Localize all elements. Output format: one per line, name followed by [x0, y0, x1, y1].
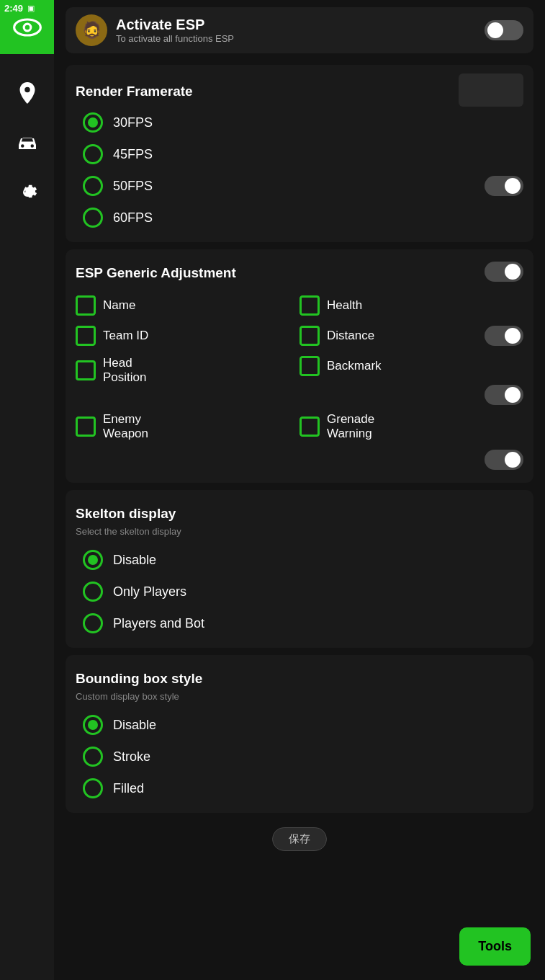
activate-esp-card: 🧔 Activate ESP To activate all functions… — [66, 7, 533, 53]
fps-45-row: 45FPS — [76, 138, 523, 170]
esp-col-right-2: Backmark — [299, 353, 523, 405]
checkbox-backmark-box[interactable] — [299, 356, 320, 376]
tools-button[interactable]: Tools — [459, 927, 531, 966]
bounding-filled-label: Filled — [113, 781, 144, 796]
checkbox-enemy-weapon-box[interactable] — [76, 416, 96, 437]
fps-60-radio[interactable] — [83, 208, 103, 228]
bounding-filled-option[interactable]: Filled — [76, 772, 523, 804]
status-icon: ▣ — [27, 4, 35, 13]
skelton-title: Skelton display — [76, 506, 523, 522]
esp-row-1: Name Team ID Health Distance — [76, 293, 523, 349]
location-icon — [14, 80, 40, 106]
sidebar-item-vehicle[interactable] — [7, 122, 47, 162]
esp-col-right-3: GrenadeWarning — [299, 409, 523, 470]
skelton-display-card: Skelton display Select the skelton displ… — [66, 490, 533, 648]
checkbox-head-position[interactable]: HeadPosition — [76, 353, 299, 388]
bounding-box-title: Bounding box style — [76, 671, 523, 687]
fps-60-option[interactable]: 60FPS — [76, 202, 523, 233]
framerate-header: Render Framerate — [76, 74, 523, 107]
main-content: 🧔 Activate ESP To activate all functions… — [54, 0, 545, 980]
esp-generic-toggle[interactable] — [485, 262, 523, 282]
checkbox-head-position-label: HeadPosition — [103, 356, 146, 385]
car-icon — [14, 130, 40, 156]
sidebar-item-settings[interactable] — [7, 172, 47, 212]
bounding-disable-label: Disable — [113, 718, 156, 733]
render-framerate-title: Render Framerate — [76, 84, 193, 99]
checkbox-health[interactable]: Health — [299, 293, 523, 318]
skelton-disable-label: Disable — [113, 553, 156, 568]
checkbox-enemy-weapon-label: EnemyWeapon — [103, 412, 148, 441]
save-button[interactable]: 保存 — [272, 827, 327, 851]
activate-esp-toggle[interactable] — [485, 20, 523, 40]
skelton-disable-option[interactable]: Disable — [76, 544, 523, 576]
fps-45-label: 45FPS — [113, 147, 153, 162]
skelton-subtitle: Select the skelton display — [76, 526, 523, 537]
bounding-stroke-radio[interactable] — [83, 747, 103, 767]
toggle-row-3 — [299, 450, 523, 470]
esp-generic-header: ESP Generic Adjustment — [76, 258, 523, 285]
bounding-filled-radio[interactable] — [83, 778, 103, 798]
fps-50-label: 50FPS — [113, 179, 153, 194]
activate-esp-title: Activate ESP — [116, 17, 476, 33]
skelton-only-players-radio[interactable] — [83, 582, 103, 602]
fps-30-label: 30FPS — [113, 115, 153, 130]
bounding-disable-radio[interactable] — [83, 715, 103, 735]
settings-icon — [14, 179, 40, 205]
svg-point-2 — [24, 24, 29, 29]
fps-50-radio[interactable] — [83, 176, 103, 196]
bounding-disable-option[interactable]: Disable — [76, 709, 523, 741]
checkbox-enemy-weapon[interactable]: EnemyWeapon — [76, 409, 299, 444]
checkbox-team-id[interactable]: Team ID — [76, 323, 299, 349]
esp-row-3: EnemyWeapon GrenadeWarning — [76, 409, 523, 470]
fps-60-label: 60FPS — [113, 210, 153, 226]
esp-col-left-2: HeadPosition — [76, 353, 299, 405]
backmark-toggle[interactable] — [485, 385, 523, 405]
fps-45-option[interactable]: 45FPS — [76, 138, 523, 170]
fps-30-option[interactable]: 30FPS — [76, 107, 523, 138]
bottom-actions: 保存 — [66, 820, 533, 851]
fps-50-row: 50FPS — [76, 170, 523, 202]
bounding-box-card: Bounding box style Custom display box st… — [66, 655, 533, 813]
checkbox-grenade-warning[interactable]: GrenadeWarning — [299, 409, 523, 444]
fps-50-option[interactable]: 50FPS — [76, 170, 485, 202]
time-display: 2:49 — [4, 3, 23, 14]
grenade-toggle[interactable] — [485, 450, 523, 470]
fps-30-radio[interactable] — [83, 112, 103, 133]
skelton-only-players-option[interactable]: Only Players — [76, 576, 523, 607]
checkbox-name-box[interactable] — [76, 295, 96, 316]
checkbox-name[interactable]: Name — [76, 293, 299, 318]
toggle-row-2 — [299, 385, 523, 405]
checkbox-head-position-box[interactable] — [76, 360, 96, 380]
sidebar: 2:49 ▣ — [0, 0, 54, 980]
skelton-disable-radio[interactable] — [83, 550, 103, 570]
eye-icon — [12, 12, 43, 43]
checkbox-name-label: Name — [103, 298, 135, 313]
skelton-players-bot-option[interactable]: Players and Bot — [76, 607, 523, 639]
activate-esp-text: Activate ESP To activate all functions E… — [116, 17, 476, 44]
checkbox-backmark[interactable]: Backmark — [299, 353, 523, 379]
framerate-preview — [459, 74, 523, 107]
skelton-players-bot-label: Players and Bot — [113, 616, 204, 631]
esp-generic-title: ESP Generic Adjustment — [76, 265, 236, 281]
skelton-players-bot-radio[interactable] — [83, 613, 103, 633]
activate-esp-subtitle: To activate all functions ESP — [116, 33, 476, 44]
avatar: 🧔 — [76, 14, 107, 46]
checkbox-health-box[interactable] — [299, 295, 320, 316]
esp-col-left-3: EnemyWeapon — [76, 409, 299, 470]
checkbox-distance-label: Distance — [327, 329, 374, 343]
esp-generic-card: ESP Generic Adjustment Name Team ID Heal… — [66, 249, 533, 483]
checkbox-distance[interactable]: Distance — [299, 323, 479, 349]
checkbox-health-label: Health — [327, 298, 362, 313]
esp-col-left: Name Team ID — [76, 293, 299, 349]
status-bar: 2:49 ▣ — [0, 0, 54, 16]
bounding-stroke-option[interactable]: Stroke — [76, 741, 523, 772]
fps-45-radio[interactable] — [83, 144, 103, 164]
fps-50-toggle[interactable] — [485, 176, 523, 196]
checkbox-team-id-box[interactable] — [76, 326, 96, 346]
checkbox-distance-box[interactable] — [299, 326, 320, 346]
checkbox-grenade-warning-box[interactable] — [299, 416, 320, 437]
render-framerate-card: Render Framerate 30FPS 45FPS 50FPS 60FPS — [66, 65, 533, 242]
sidebar-item-location[interactable] — [7, 73, 47, 112]
bounding-box-subtitle: Custom display box style — [76, 691, 523, 702]
distance-toggle[interactable] — [485, 326, 523, 346]
